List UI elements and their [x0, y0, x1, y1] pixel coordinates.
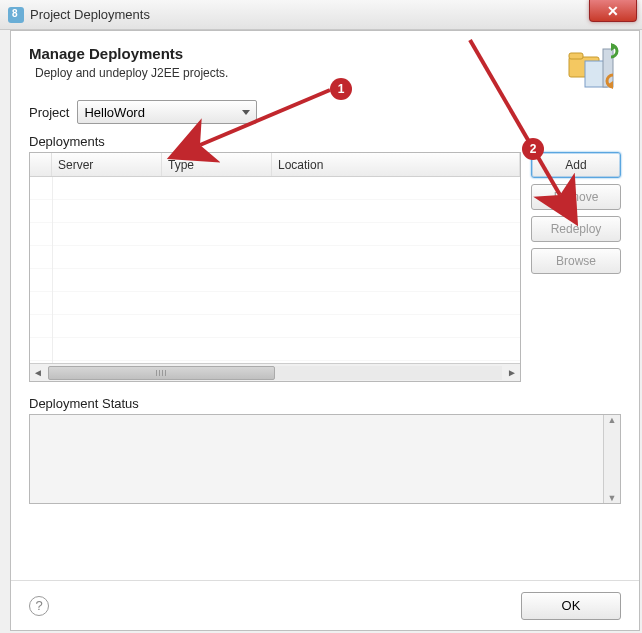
- dialog-content: Project HelloWord Deployments Server Typ…: [11, 90, 639, 504]
- project-select-value: HelloWord: [84, 105, 144, 120]
- scroll-left-icon[interactable]: ◄: [30, 365, 46, 381]
- redeploy-button[interactable]: Redeploy: [531, 216, 621, 242]
- deploy-icon: [565, 41, 625, 91]
- close-icon: ✕: [607, 3, 619, 19]
- project-row: Project HelloWord: [29, 100, 621, 124]
- table-body[interactable]: [30, 177, 520, 363]
- window-title: Project Deployments: [30, 7, 150, 22]
- column-server[interactable]: Server: [52, 153, 162, 176]
- app-icon: [8, 7, 24, 23]
- title-bar: Project Deployments ✕: [0, 0, 642, 30]
- table-gutter: [30, 153, 52, 176]
- deployments-area: Server Type Location ◄ ► Add Remove Rede…: [29, 152, 621, 382]
- project-label: Project: [29, 105, 69, 120]
- horizontal-scrollbar[interactable]: ◄ ►: [30, 363, 520, 381]
- svg-rect-1: [569, 53, 583, 59]
- help-button[interactable]: ?: [29, 596, 49, 616]
- scroll-up-icon[interactable]: ▲: [608, 415, 617, 425]
- ok-button[interactable]: OK: [521, 592, 621, 620]
- column-type[interactable]: Type: [162, 153, 272, 176]
- dialog-body: Manage Deployments Deploy and undeploy J…: [10, 30, 640, 631]
- scroll-thumb[interactable]: [48, 366, 275, 380]
- add-button[interactable]: Add: [531, 152, 621, 178]
- scroll-down-icon[interactable]: ▼: [608, 493, 617, 503]
- deployment-status-box[interactable]: ▲ ▼: [29, 414, 621, 504]
- page-subtitle: Deploy and undeploy J2EE projects.: [35, 66, 621, 80]
- scroll-right-icon[interactable]: ►: [504, 365, 520, 381]
- help-icon: ?: [35, 598, 42, 613]
- deployment-status-label: Deployment Status: [29, 396, 621, 411]
- project-select[interactable]: HelloWord: [77, 100, 257, 124]
- scroll-track[interactable]: [48, 366, 502, 380]
- dialog-footer: ? OK: [11, 580, 639, 630]
- dialog-header: Manage Deployments Deploy and undeploy J…: [11, 31, 639, 90]
- button-column: Add Remove Redeploy Browse: [531, 152, 621, 382]
- deployments-table[interactable]: Server Type Location ◄ ►: [29, 152, 521, 382]
- page-title: Manage Deployments: [29, 45, 621, 62]
- window-close-button[interactable]: ✕: [589, 0, 637, 22]
- browse-button[interactable]: Browse: [531, 248, 621, 274]
- column-location[interactable]: Location: [272, 153, 520, 176]
- table-header: Server Type Location: [30, 153, 520, 177]
- deployments-label: Deployments: [29, 134, 621, 149]
- remove-button[interactable]: Remove: [531, 184, 621, 210]
- vertical-scrollbar[interactable]: ▲ ▼: [603, 415, 620, 503]
